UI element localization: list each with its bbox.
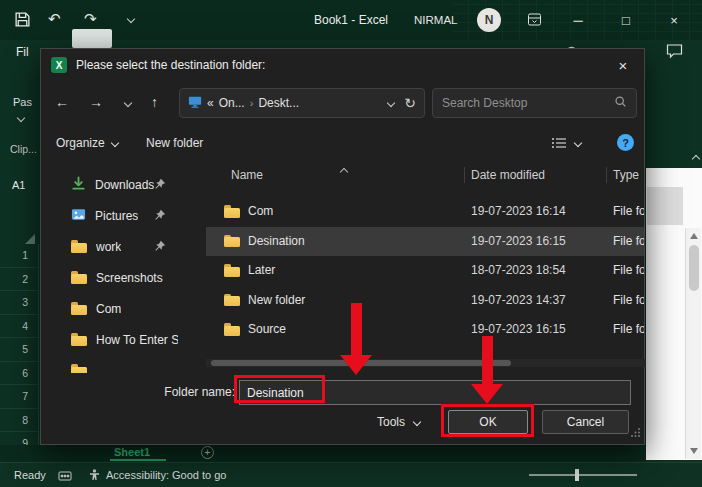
breadcrumb-separator-icon: ›	[250, 97, 254, 109]
scroll-up-icon[interactable]	[690, 233, 698, 239]
file-date: 19-07-2023 14:37	[471, 293, 566, 307]
breadcrumb-desktop[interactable]: Deskt...	[258, 96, 299, 110]
view-options-button[interactable]	[551, 136, 582, 150]
name-box[interactable]: A1	[12, 179, 25, 191]
zoom-slider-track[interactable]	[529, 474, 637, 476]
file-row-desination[interactable]: Desination 19-07-2023 16:15 File fo	[206, 227, 644, 257]
file-row-later[interactable]: Later 18-07-2023 18:54 File fo	[206, 256, 644, 286]
folder-name-input[interactable]	[239, 380, 631, 405]
search-icon	[614, 95, 627, 111]
macro-record-icon[interactable]	[58, 469, 72, 485]
user-avatar[interactable]: N	[477, 8, 501, 32]
up-button[interactable]: ↑	[151, 94, 158, 110]
help-button[interactable]: ?	[617, 134, 634, 151]
row-header[interactable]: 5	[0, 338, 38, 362]
sheet-tab-sheet1[interactable]: Sheet1	[114, 446, 150, 458]
paste-chevron-down-icon[interactable]	[16, 114, 25, 123]
row-header[interactable]: 2	[0, 268, 38, 292]
breadcrumb-onedrive[interactable]: On...	[219, 96, 245, 110]
resize-grip[interactable]	[630, 427, 641, 441]
address-dropdown-chevron-icon[interactable]	[386, 99, 395, 108]
row-header[interactable]: 7	[0, 385, 38, 409]
row-header[interactable]: 4	[0, 315, 38, 339]
ok-button[interactable]: OK	[448, 410, 528, 434]
ribbon-display-options-icon[interactable]	[527, 12, 542, 30]
column-divider[interactable]	[464, 167, 465, 183]
qat-chevron-down-icon[interactable]	[126, 15, 135, 24]
pin-icon	[154, 178, 166, 193]
sidebar-item-downloads[interactable]: Downloads	[41, 169, 205, 200]
dialog-close-button[interactable]: ×	[602, 49, 644, 81]
vertical-scroll-thumb[interactable]	[689, 245, 699, 291]
scroll-down-icon[interactable]	[690, 448, 698, 454]
breadcrumb-prefix[interactable]: «	[207, 96, 214, 110]
maximize-button[interactable]: □	[604, 0, 648, 40]
vertical-scrollbar[interactable]	[685, 228, 701, 459]
chevron-down-icon	[573, 139, 582, 148]
user-name[interactable]: NIRMAL	[414, 14, 457, 26]
downloads-icon	[71, 176, 86, 194]
file-row-com[interactable]: Com 19-07-2023 16:14 File fo	[206, 197, 644, 227]
select-all-corner[interactable]	[25, 234, 35, 244]
redo-button[interactable]: ↷	[84, 10, 97, 28]
sidebar-item-how-to-enter[interactable]: How To Enter Sa	[41, 324, 205, 355]
active-sheet-underline	[110, 459, 166, 461]
row-header[interactable]: 8	[0, 409, 38, 433]
file-type: File fo	[613, 263, 644, 277]
row-header[interactable]: 3	[0, 291, 38, 315]
paste-button[interactable]: Pas	[13, 96, 32, 108]
horizontal-scroll-thumb[interactable]	[211, 360, 511, 366]
sidebar-item-partial[interactable]	[41, 355, 205, 373]
organize-button[interactable]: Organize	[56, 136, 120, 150]
zoom-slider-thumb[interactable]	[575, 469, 579, 481]
close-button[interactable]: ×	[652, 0, 696, 40]
excel-logo-icon: X	[51, 57, 67, 73]
sidebar-item-label: Pictures	[95, 209, 138, 223]
folder-icon	[71, 364, 87, 373]
search-input[interactable]	[442, 96, 614, 110]
search-box[interactable]	[432, 88, 637, 118]
row-header[interactable]: 1	[0, 244, 38, 268]
tools-button[interactable]: Tools	[377, 415, 421, 429]
refresh-button[interactable]: ↻	[404, 95, 416, 111]
forward-button[interactable]: →	[89, 94, 103, 110]
file-list-header: Name Date modified Type	[206, 161, 644, 189]
cancel-button[interactable]: Cancel	[542, 410, 629, 434]
column-divider[interactable]	[606, 167, 607, 183]
dialog-titlebar[interactable]: X Please select the destination folder: …	[41, 49, 644, 81]
clipboard-group-label: Clip...	[10, 143, 37, 155]
accessibility-status[interactable]: Accessibility: Good to go	[106, 469, 226, 481]
sidebar-item-work[interactable]: work	[41, 231, 205, 262]
folder-icon	[224, 205, 240, 218]
column-header-date-modified[interactable]: Date modified	[471, 168, 545, 182]
file-date: 19-07-2023 16:14	[471, 204, 566, 218]
sidebar-item-label: Com	[96, 302, 121, 316]
accessibility-icon[interactable]	[88, 468, 101, 485]
column-header-name[interactable]: Name	[231, 168, 263, 182]
file-name: Source	[248, 322, 286, 336]
file-row-new-folder[interactable]: New folder 19-07-2023 14:37 File fo	[206, 286, 644, 316]
pin-icon	[154, 209, 166, 224]
sidebar-item-com[interactable]: Com	[41, 293, 205, 324]
sidebar-item-label: How To Enter Sa	[96, 333, 178, 347]
recent-locations-chevron-icon[interactable]	[123, 99, 132, 108]
folder-icon	[71, 240, 87, 253]
comment-icon[interactable]	[665, 43, 684, 62]
excel-window: ↶ ↷ Book1 - Excel NIRMAL N ─ □ × Fil Pas…	[0, 0, 702, 487]
address-bar[interactable]: « On... › Deskt... ↻	[179, 88, 425, 118]
row-header[interactable]: 6	[0, 362, 38, 386]
tab-file[interactable]: Fil	[16, 45, 29, 59]
collapse-ribbon-icon[interactable]	[691, 152, 700, 161]
undo-button[interactable]: ↶	[48, 10, 61, 28]
minimize-button[interactable]: ─	[556, 0, 600, 40]
back-button[interactable]: ←	[55, 94, 69, 110]
sidebar-item-pictures[interactable]: Pictures	[41, 200, 205, 231]
file-name: Com	[248, 204, 273, 218]
add-sheet-button[interactable]: +	[201, 446, 214, 459]
file-row-source[interactable]: Source 19-07-2023 16:15 File fo	[206, 315, 644, 345]
new-folder-button[interactable]: New folder	[146, 136, 203, 150]
row-headers: 1 2 3 4 5 6 7 8 9	[0, 244, 39, 456]
sidebar-item-screenshots[interactable]: Screenshots	[41, 262, 205, 293]
save-icon[interactable]	[14, 11, 31, 31]
column-header-type[interactable]: Type	[613, 168, 639, 182]
